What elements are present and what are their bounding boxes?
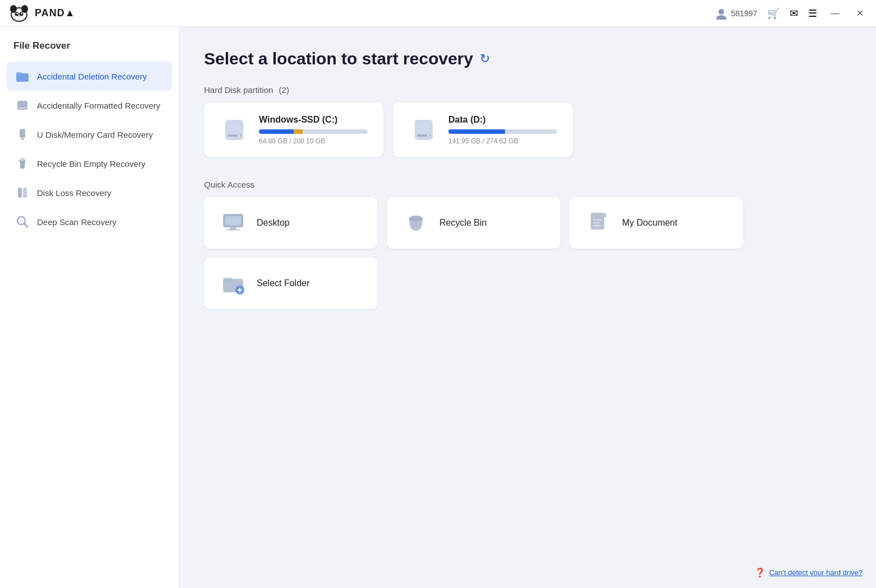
disk-usage-1: 141.95 GB / 274.62 GB: [448, 137, 557, 145]
disk-drive-icon-0: [220, 115, 249, 144]
svg-rect-31: [225, 216, 241, 225]
main-content: Select a location to start recovery ↻ Ha…: [179, 27, 876, 588]
recycle-bin-icon: [404, 211, 428, 235]
sidebar-label-accidental-deletion: Accidental Deletion Recovery: [37, 72, 147, 81]
quick-card-my-document[interactable]: My Document: [569, 197, 743, 249]
svg-rect-15: [21, 138, 24, 140]
title-bar-right: 581997 🛒 ✉ ☰ — ✕: [715, 7, 867, 20]
disk-info-0: Windows-SSD (C:) 64.88 GB / 200.10 GB: [259, 115, 368, 145]
select-folder-icon: [221, 271, 245, 296]
svg-rect-38: [593, 220, 602, 221]
refresh-button[interactable]: ↻: [480, 52, 490, 66]
quick-card-select-folder[interactable]: Select Folder: [204, 258, 378, 309]
menu-icon[interactable]: ☰: [808, 7, 817, 20]
svg-rect-19: [23, 188, 27, 198]
drive-icon: [15, 98, 30, 113]
quick-card-label-desktop: Desktop: [257, 218, 290, 228]
desktop-icon: [220, 209, 247, 236]
quick-access-label: Quick Access: [204, 180, 851, 189]
recycle-icon: [402, 209, 429, 236]
desktop-icon: [221, 211, 245, 235]
svg-point-7: [18, 15, 21, 17]
svg-rect-39: [593, 222, 600, 223]
disk-usage-0: 64.88 GB / 200.10 GB: [259, 137, 368, 145]
disk-bar-0: [259, 129, 368, 134]
cart-icon[interactable]: 🛒: [767, 7, 780, 20]
quick-card-recycle-bin[interactable]: Recycle Bin: [387, 197, 560, 249]
quick-access-section: Quick Access Desktop Recycle Bin My Docu…: [204, 180, 851, 309]
document-icon: [585, 209, 612, 236]
folder-icon: [15, 69, 30, 83]
disk-cards: Windows-SSD (C:) 64.88 GB / 200.10 GB Da…: [204, 102, 573, 157]
quick-card-label-my-document: My Document: [622, 218, 678, 228]
u-disk-memory-icon: [15, 127, 30, 142]
disk-drive-icon-1: [409, 115, 438, 144]
page-title-text: Select a location to start recovery: [204, 49, 473, 68]
accidental-deletion-icon: [15, 68, 30, 84]
svg-rect-42: [223, 278, 232, 282]
document-icon: [586, 211, 611, 235]
disk-card-1[interactable]: Data (D:) 141.95 GB / 274.62 GB: [393, 102, 573, 157]
scan-icon: [15, 214, 30, 229]
panda-logo-icon: [9, 3, 29, 24]
disk-info-1: Data (D:) 141.95 GB / 274.62 GB: [448, 115, 557, 145]
sidebar-items-container: Accidental Deletion Recovery Accidentall…: [7, 62, 172, 236]
user-id: 581997: [731, 9, 757, 18]
deep-scan-icon: [15, 214, 30, 230]
minimize-button[interactable]: —: [827, 7, 843, 20]
quick-card-desktop[interactable]: Desktop: [204, 197, 378, 249]
svg-point-1: [10, 5, 17, 13]
sidebar-label-u-disk-memory: U Disk/Memory Card Recovery: [37, 130, 153, 139]
page-title-area: Select a location to start recovery ↻: [204, 49, 851, 68]
sidebar-item-accidental-deletion[interactable]: Accidental Deletion Recovery: [7, 62, 172, 91]
folder-icon: [220, 270, 247, 297]
disk-card-0[interactable]: Windows-SSD (C:) 64.88 GB / 200.10 GB: [204, 102, 383, 157]
recycle-bin-empty-icon: [15, 156, 30, 171]
app-body: File Recover Accidental Deletion Recover…: [0, 27, 876, 588]
svg-rect-16: [18, 160, 26, 161]
accidentally-formatted-icon: [15, 97, 30, 113]
svg-rect-18: [18, 188, 22, 198]
disk-cards-container: Windows-SSD (C:) 64.88 GB / 200.10 GB Da…: [204, 102, 851, 157]
disk-name-0: Windows-SSD (C:): [259, 115, 368, 125]
disk-loss-icon: [15, 185, 30, 200]
sidebar-item-recycle-bin-empty[interactable]: Recycle Bin Empty Recovery: [7, 149, 172, 178]
user-info: 581997: [715, 7, 757, 20]
svg-point-6: [21, 12, 23, 14]
svg-rect-33: [226, 229, 240, 231]
recycle-icon: [15, 156, 30, 171]
hard-disk-count: (2): [279, 85, 289, 95]
close-button[interactable]: ✕: [853, 7, 867, 20]
quick-card-label-select-folder: Select Folder: [257, 278, 309, 288]
svg-rect-14: [20, 129, 25, 138]
svg-rect-40: [593, 225, 601, 226]
svg-line-21: [24, 223, 28, 227]
app-name: PAND▲: [35, 7, 75, 19]
help-link[interactable]: Can't detect your hard drive?: [769, 568, 863, 577]
svg-point-35: [409, 216, 423, 221]
sidebar-item-disk-loss[interactable]: Disk Loss Recovery: [7, 178, 172, 207]
sidebar-label-accidentally-formatted: Accidentally Formatted Recovery: [37, 101, 160, 110]
svg-rect-13: [18, 108, 26, 109]
svg-rect-11: [16, 72, 22, 75]
hard-disk-label-text: Hard Disk partition: [204, 85, 273, 95]
quick-card-label-recycle-bin: Recycle Bin: [439, 218, 486, 228]
sidebar-label-disk-loss: Disk Loss Recovery: [37, 188, 112, 198]
disk-bar-1: [448, 129, 557, 134]
sidebar-item-accidentally-formatted[interactable]: Accidentally Formatted Recovery: [7, 91, 172, 120]
sidebar-item-u-disk-memory[interactable]: U Disk/Memory Card Recovery: [7, 120, 172, 149]
svg-point-2: [21, 5, 28, 13]
logo-area: PAND▲: [9, 3, 75, 24]
svg-point-8: [719, 9, 724, 15]
hard-disk-section: Hard Disk partition (2) Windows-SSD (C:): [204, 85, 851, 157]
svg-rect-25: [228, 123, 241, 132]
sidebar: File Recover Accidental Deletion Recover…: [0, 27, 179, 588]
sidebar-item-deep-scan[interactable]: Deep Scan Recovery: [7, 207, 172, 236]
hard-disk-label: Hard Disk partition (2): [204, 85, 851, 95]
svg-point-20: [17, 217, 25, 225]
quick-access-grid: Desktop Recycle Bin My Document Select F…: [204, 197, 851, 309]
svg-point-28: [427, 134, 429, 137]
message-icon[interactable]: ✉: [790, 7, 798, 20]
svg-point-9: [716, 15, 726, 20]
svg-rect-29: [417, 123, 430, 132]
